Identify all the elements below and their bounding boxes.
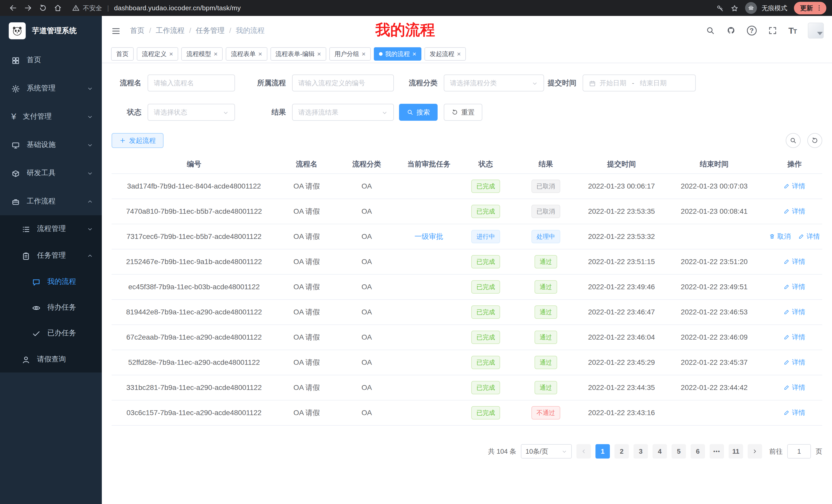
definition-field[interactable]: [298, 79, 388, 87]
tab-process-form-edit[interactable]: 流程表单-编辑×: [270, 47, 326, 61]
page-button[interactable]: 11: [729, 444, 743, 458]
page-button[interactable]: 4: [653, 444, 667, 458]
status-badge: 已完成: [471, 331, 500, 344]
breadcrumb-item[interactable]: 首页: [130, 26, 145, 35]
status-select[interactable]: 请选择状态: [148, 104, 235, 121]
avatar-caret-icon[interactable]: [817, 32, 823, 35]
page-button[interactable]: 2: [615, 444, 629, 458]
current-task-link[interactable]: 一级审批: [414, 232, 443, 242]
create-process-button[interactable]: 发起流程: [111, 133, 163, 148]
sidebar-item-workflow[interactable]: 工作流程: [0, 187, 102, 215]
page-size-select[interactable]: 10条/页: [521, 444, 572, 458]
tab-my-process[interactable]: 我的流程×: [374, 47, 421, 61]
github-icon[interactable]: [726, 26, 735, 35]
result-select[interactable]: 请选择流结果: [292, 104, 394, 121]
sidebar-item-todo-tasks[interactable]: 待办任务: [0, 295, 102, 320]
sidebar-item-process-mgmt[interactable]: 流程管理: [0, 215, 102, 242]
detail-link[interactable]: 详情: [784, 282, 805, 291]
security-indicator[interactable]: 不安全: [72, 4, 102, 12]
category-select[interactable]: 请选择流程分类: [444, 75, 544, 91]
page-button[interactable]: 6: [691, 444, 705, 458]
search-button[interactable]: 搜索: [399, 104, 438, 121]
detail-link[interactable]: 详情: [784, 181, 805, 191]
fullscreen-icon[interactable]: [768, 26, 777, 35]
page-button[interactable]: 3: [633, 444, 648, 458]
tab-start-process[interactable]: 发起流程×: [424, 47, 466, 61]
bookmark-star-icon[interactable]: [731, 4, 738, 12]
tab-user-group[interactable]: 用户分组×: [329, 47, 371, 61]
password-key-icon[interactable]: [716, 4, 724, 12]
status-badge: 进行中: [471, 230, 500, 243]
submit-time-label: 提交时间: [544, 78, 582, 88]
incognito-avatar-icon[interactable]: [745, 2, 757, 14]
detail-link[interactable]: 详情: [784, 358, 805, 367]
sidebar-item-task-mgmt[interactable]: 任务管理: [0, 242, 102, 269]
status-badge: 已完成: [471, 205, 500, 218]
app-logo[interactable]: 芋道管理系统: [0, 16, 102, 46]
col-end-time: 结束时间: [661, 155, 767, 174]
sidebar-item-infrastructure[interactable]: 基础设施: [0, 131, 102, 159]
close-icon[interactable]: ×: [214, 51, 217, 57]
user-avatar[interactable]: [808, 23, 824, 38]
breadcrumb-item[interactable]: 工作流程: [156, 26, 185, 35]
close-icon[interactable]: ×: [317, 51, 321, 57]
sidebar-item-devtools[interactable]: 研发工具: [0, 159, 102, 187]
sidebar-item-system[interactable]: 系统管理: [0, 74, 102, 102]
sidebar-item-payment[interactable]: ¥ 支付管理: [0, 102, 102, 131]
page-button[interactable]: 5: [672, 444, 686, 458]
detail-link[interactable]: 详情: [784, 333, 805, 342]
browser-back-icon[interactable]: [6, 2, 21, 15]
definition-label: 所属流程: [248, 78, 292, 88]
browser-refresh-icon[interactable]: [35, 2, 50, 15]
cancel-link[interactable]: 取消: [769, 232, 790, 241]
next-page-button[interactable]: [748, 444, 762, 458]
font-size-icon[interactable]: TT: [788, 26, 797, 36]
sidebar-item-label: 工作流程: [27, 196, 55, 206]
detail-link[interactable]: 详情: [784, 207, 805, 216]
reset-button[interactable]: 重置: [444, 104, 482, 121]
browser-update-button[interactable]: 更新: [794, 2, 826, 15]
more-pages-button[interactable]: •••: [710, 444, 724, 458]
tab-process-definition[interactable]: 流程定义×: [137, 47, 178, 61]
process-name-field[interactable]: [154, 79, 229, 87]
close-icon[interactable]: ×: [457, 51, 461, 57]
hamburger-icon[interactable]: [111, 25, 121, 36]
tab-process-model[interactable]: 流程模型×: [181, 47, 223, 61]
close-icon[interactable]: ×: [362, 51, 366, 57]
close-icon[interactable]: ×: [412, 51, 416, 57]
detail-link[interactable]: 详情: [784, 257, 805, 266]
tab-process-form[interactable]: 流程表单×: [226, 47, 267, 61]
result-badge: 已取消: [531, 205, 560, 218]
workflow-submenu: 流程管理 任务管理 我的流程 待办任务 已办: [0, 215, 102, 372]
chevron-down-icon: [223, 109, 229, 116]
search-icon[interactable]: [706, 26, 715, 35]
browser-home-icon[interactable]: [50, 2, 65, 15]
close-icon[interactable]: ×: [258, 51, 262, 57]
process-name-input[interactable]: [148, 75, 235, 91]
sidebar-item-leave-query[interactable]: 请假查询: [0, 346, 102, 372]
submit-time-range-picker[interactable]: 开始日期 - 结束日期: [582, 75, 696, 91]
close-icon[interactable]: ×: [169, 51, 173, 57]
status-badge: 已完成: [471, 356, 500, 369]
yen-icon: ¥: [11, 111, 16, 121]
address-bar[interactable]: dashboard.yudao.iocoder.cn/bpm/task/my: [114, 4, 241, 12]
detail-link[interactable]: 详情: [784, 383, 805, 392]
col-submit-time: 提交时间: [581, 155, 661, 174]
sidebar-item-done-tasks[interactable]: 已办任务: [0, 320, 102, 346]
detail-link[interactable]: 详情: [798, 232, 820, 241]
sidebar-item-my-process[interactable]: 我的流程: [0, 269, 102, 295]
prev-page-button[interactable]: [576, 444, 591, 458]
browser-forward-icon[interactable]: [21, 2, 35, 15]
detail-link[interactable]: 详情: [784, 307, 805, 316]
sidebar-item-home[interactable]: 首页: [0, 46, 102, 74]
toggle-search-button[interactable]: [786, 133, 801, 148]
help-icon[interactable]: ?: [747, 26, 757, 35]
page-button[interactable]: 1: [595, 444, 610, 458]
goto-page-input[interactable]: [787, 444, 811, 458]
definition-input[interactable]: [292, 75, 394, 91]
active-dot-icon: [379, 52, 383, 56]
breadcrumb-item[interactable]: 任务管理: [196, 26, 225, 35]
detail-link[interactable]: 详情: [784, 408, 805, 417]
tab-home[interactable]: 首页: [111, 47, 134, 61]
refresh-table-button[interactable]: [807, 133, 822, 148]
